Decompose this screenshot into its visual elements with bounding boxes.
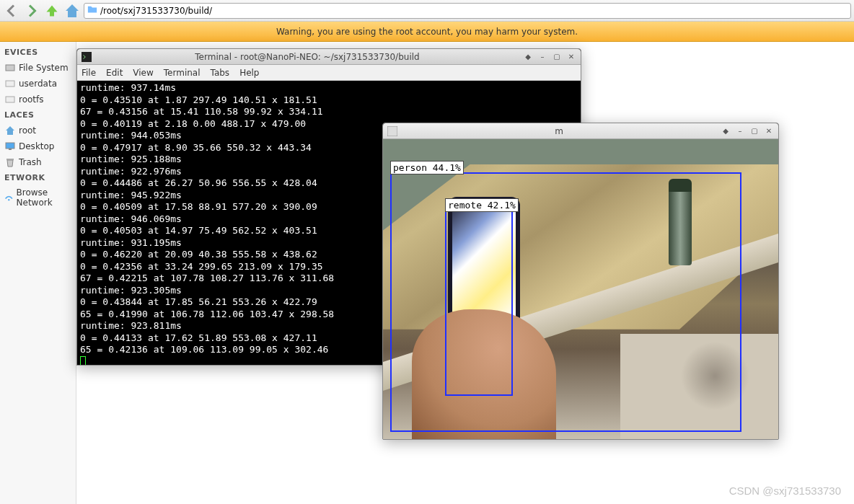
svg-rect-4 <box>9 149 12 150</box>
drive-icon <box>4 94 16 105</box>
detection-box <box>390 172 741 432</box>
window-close-button[interactable]: ✕ <box>566 52 576 62</box>
window-maximize-button[interactable]: ▢ <box>749 126 760 136</box>
sidebar-item-filesystem[interactable]: File System <box>0 60 76 76</box>
network-icon <box>4 192 14 203</box>
image-titlebar[interactable]: m ◆ – ▢ ✕ <box>383 123 778 139</box>
app-icon <box>387 126 397 136</box>
sidebar-item-root[interactable]: root <box>0 123 76 138</box>
sidebar-header-devices: EVICES <box>0 45 76 60</box>
home-button[interactable] <box>63 2 81 19</box>
terminal-titlebar[interactable]: Terminal - root@NanoPi-NEO: ~/sxj7315337… <box>77 49 581 65</box>
warning-text: Warning, you are using the root account,… <box>276 27 578 37</box>
terminal-title: Terminal - root@NanoPi-NEO: ~/sxj7315337… <box>92 52 523 62</box>
sidebar-header-places: LACES <box>0 107 76 123</box>
svg-rect-2 <box>6 97 14 102</box>
svg-rect-3 <box>6 143 14 149</box>
sidebar-item-rootfs[interactable]: rootfs <box>0 92 76 107</box>
path-input[interactable] <box>100 6 848 16</box>
sidebar-item-userdata[interactable]: userdata <box>0 76 76 92</box>
image-title: m <box>397 126 721 136</box>
image-viewer-window[interactable]: m ◆ – ▢ ✕ person 44.1%remote 42.1% <box>382 123 779 440</box>
menu-help[interactable]: Help <box>239 68 259 78</box>
file-manager-toolbar <box>0 0 854 22</box>
places-sidebar: EVICES File System userdata rootfs LACES… <box>0 42 76 504</box>
menu-file[interactable]: File <box>82 68 96 78</box>
svg-point-6 <box>8 199 9 200</box>
window-minimize-button[interactable]: – <box>735 126 745 136</box>
svg-rect-0 <box>6 65 14 71</box>
back-button[interactable] <box>3 2 20 19</box>
path-bar[interactable] <box>84 3 851 19</box>
up-button[interactable] <box>43 2 61 19</box>
window-maximize-button[interactable]: ▢ <box>552 52 562 62</box>
desktop-icon <box>4 141 16 152</box>
detection-label: remote 42.1% <box>445 198 519 212</box>
sidebar-item-trash[interactable]: Trash <box>0 154 76 170</box>
window-always-top-button[interactable]: ◆ <box>721 126 731 136</box>
svg-rect-8 <box>387 126 397 136</box>
window-close-button[interactable]: ✕ <box>764 126 774 136</box>
menu-tabs[interactable]: Tabs <box>211 68 230 78</box>
svg-rect-5 <box>6 159 14 160</box>
sidebar-header-network: ETWORK <box>0 170 76 185</box>
drive-icon <box>4 78 16 89</box>
window-minimize-button[interactable]: – <box>537 52 547 62</box>
home-icon <box>4 125 16 136</box>
watermark: CSDN @sxj731533730 <box>729 485 841 497</box>
menu-view[interactable]: View <box>133 68 153 78</box>
detection-label: person 44.1% <box>390 161 464 174</box>
trash-icon <box>4 156 16 168</box>
folder-icon <box>87 4 97 17</box>
forward-button[interactable] <box>23 2 40 19</box>
menu-edit[interactable]: Edit <box>106 68 123 78</box>
detection-box <box>445 210 513 396</box>
image-content: person 44.1%remote 42.1% <box>383 139 778 439</box>
sidebar-item-network[interactable]: Browse Network <box>0 185 76 210</box>
terminal-menubar: File Edit View Terminal Tabs Help <box>77 65 581 81</box>
root-warning-bar: Warning, you are using the root account,… <box>0 22 854 42</box>
sidebar-item-desktop[interactable]: Desktop <box>0 138 76 154</box>
svg-rect-7 <box>82 52 92 62</box>
svg-rect-1 <box>6 81 14 87</box>
terminal-icon <box>82 52 92 62</box>
drive-icon <box>4 62 16 74</box>
menu-terminal[interactable]: Terminal <box>164 68 201 78</box>
window-always-top-button[interactable]: ◆ <box>523 52 533 62</box>
